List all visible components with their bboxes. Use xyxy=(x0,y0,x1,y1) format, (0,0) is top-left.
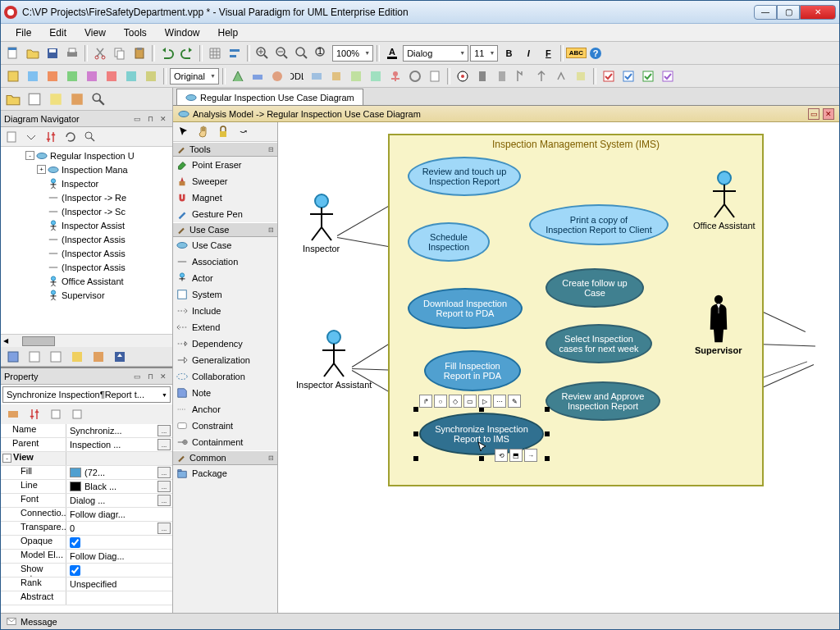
property-more-button[interactable]: ... xyxy=(158,523,171,534)
align-button[interactable] xyxy=(226,44,244,62)
usecase-review-touchup[interactable]: Review and touch up Inspection Report xyxy=(408,157,521,196)
tb2-29[interactable] xyxy=(619,67,637,85)
tb2-13[interactable]: DDL xyxy=(288,67,306,85)
zoomout-button[interactable] xyxy=(273,44,291,62)
navigator-tree[interactable]: -Regular Inspection U+Inspection ManaIns… xyxy=(1,147,172,334)
tb2-27[interactable] xyxy=(572,67,590,85)
minimize-button[interactable]: — xyxy=(754,5,777,20)
property-row[interactable]: Abstract xyxy=(1,591,172,605)
maximize-button[interactable]: ▢ xyxy=(777,5,800,20)
tree-node[interactable]: +Inspection Mana xyxy=(2,162,171,176)
prop-i3[interactable] xyxy=(47,348,65,366)
palette-item-usecase[interactable]: Use Case xyxy=(173,237,277,253)
nav-sort-icon[interactable] xyxy=(42,128,60,146)
tb2-24[interactable] xyxy=(513,67,531,85)
prop-cat-icon[interactable] xyxy=(4,405,22,423)
usecase-select-week[interactable]: Select Inspection cases for next week xyxy=(546,324,652,363)
tree-node[interactable]: Inspector xyxy=(2,176,171,190)
actor-inspector-assistant[interactable]: Inspector Assistant xyxy=(296,329,372,390)
diagram-close-icon[interactable]: ✕ xyxy=(823,108,834,120)
nav-expand-icon[interactable] xyxy=(22,128,40,146)
tb2-25[interactable] xyxy=(532,67,550,85)
bold-button[interactable]: B xyxy=(500,44,518,62)
usecase-review-approve[interactable]: Review and Approve Inspection Report xyxy=(546,381,660,421)
palette-item-anchor[interactable]: Anchor xyxy=(173,401,277,418)
property-row[interactable]: Connectio...Follow diagr... xyxy=(1,508,172,522)
rc-icon-2[interactable]: ○ xyxy=(434,395,447,408)
tree-node[interactable]: (Inspector Assis xyxy=(2,232,171,246)
menu-view[interactable]: View xyxy=(76,25,114,40)
font-combo[interactable]: Dialog xyxy=(403,45,468,62)
rc-icon-5[interactable]: ▷ xyxy=(478,395,491,408)
palette-item-package[interactable]: Package xyxy=(173,465,277,482)
prop-sort-icon[interactable] xyxy=(25,405,43,423)
save-button[interactable] xyxy=(43,44,62,62)
property-pin-icon[interactable]: ⊓ xyxy=(144,371,156,382)
font-color-button[interactable]: A xyxy=(383,44,401,62)
new-button[interactable] xyxy=(4,44,22,62)
hand-tool[interactable] xyxy=(194,123,212,141)
tb2-8[interactable] xyxy=(142,67,160,85)
property-row[interactable]: Fill(72...... xyxy=(1,466,172,480)
palette-item-actor[interactable]: Actor xyxy=(173,270,277,286)
zoomin-button[interactable] xyxy=(253,44,272,62)
select-tool[interactable] xyxy=(175,123,193,141)
palette-item-system[interactable]: System xyxy=(173,286,277,303)
property-row[interactable]: Model El...Follow Diag... xyxy=(1,550,172,564)
menu-file[interactable]: File xyxy=(7,25,39,40)
tb2-11[interactable] xyxy=(249,67,267,85)
palette-item-eraser[interactable]: Point Eraser xyxy=(173,157,277,173)
prop-up-icon[interactable] xyxy=(47,405,65,423)
palette-item-magnet[interactable]: Magnet xyxy=(173,189,277,206)
prop-i6[interactable] xyxy=(111,348,129,366)
prop-i4[interactable] xyxy=(68,348,86,366)
rc-icon-10[interactable]: → xyxy=(524,449,537,462)
menu-tools[interactable]: Tools xyxy=(116,25,155,40)
palette-section-header[interactable]: Common⊟ xyxy=(173,450,277,465)
property-row[interactable]: FontDialog ...... xyxy=(1,494,172,508)
property-more-button[interactable]: ... xyxy=(158,467,171,478)
tree-node[interactable]: (Inspector Assis xyxy=(2,246,171,260)
navigator-close-icon[interactable]: ✕ xyxy=(158,113,169,125)
tb2-31[interactable] xyxy=(659,67,677,85)
palette-item-depend[interactable]: Dependency xyxy=(173,336,277,352)
tb2-4[interactable] xyxy=(63,67,81,85)
nav-class-icon[interactable] xyxy=(47,90,65,108)
nav-search-icon[interactable] xyxy=(89,90,107,108)
palette-section-header[interactable]: Tools⊟ xyxy=(173,142,277,157)
zoom100-button[interactable]: 1 xyxy=(313,44,331,62)
tb2-20[interactable] xyxy=(426,67,444,85)
palette-item-pen[interactable]: Gesture Pen xyxy=(173,206,277,222)
palette-section-header[interactable]: Use Case⊟ xyxy=(173,222,277,237)
tb2-2[interactable] xyxy=(24,67,42,85)
usecase-print-copy[interactable]: Print a copy of Inspection Report to Cli… xyxy=(529,204,669,245)
tb2-23[interactable] xyxy=(493,67,511,85)
property-close-icon[interactable]: ✕ xyxy=(158,371,169,382)
rc-icon-9[interactable]: ⬒ xyxy=(509,449,523,462)
tb2-22[interactable] xyxy=(473,67,491,85)
nav-model-icon[interactable] xyxy=(25,90,43,108)
palette-item-general[interactable]: Generalization xyxy=(173,352,277,368)
usecase-schedule[interactable]: Schedule Inspection xyxy=(408,222,490,262)
fontsize-combo[interactable]: 11 xyxy=(470,45,498,62)
scroll-thumb[interactable] xyxy=(22,336,55,346)
palette-item-constraint[interactable]: Constraint xyxy=(173,418,277,434)
tb2-30[interactable] xyxy=(639,67,657,85)
tb2-16[interactable] xyxy=(347,67,365,85)
palette-item-collab[interactable]: Collaboration xyxy=(173,368,277,385)
nav-find-icon[interactable] xyxy=(81,128,99,146)
tb2-7[interactable] xyxy=(122,67,140,85)
prop-list-icon[interactable] xyxy=(25,348,43,366)
tab-diagram[interactable]: Regular Inspection Use Case Diagram xyxy=(176,89,363,105)
tree-node[interactable]: Office Assistant xyxy=(2,274,171,288)
tb2-5[interactable] xyxy=(83,67,101,85)
property-selection-combo[interactable]: Synchronize Inspection¶Report t... xyxy=(2,386,171,403)
tb2-17[interactable] xyxy=(367,67,385,85)
tb2-1[interactable] xyxy=(4,67,22,85)
zoom-combo[interactable]: 100% xyxy=(332,45,373,62)
actor-supervisor[interactable]: Supervisor xyxy=(695,294,742,355)
spellcheck-button[interactable]: ABC xyxy=(567,44,585,62)
prop-down-icon[interactable] xyxy=(68,405,86,423)
paste-button[interactable] xyxy=(130,44,148,62)
tb2-21[interactable] xyxy=(454,67,472,85)
